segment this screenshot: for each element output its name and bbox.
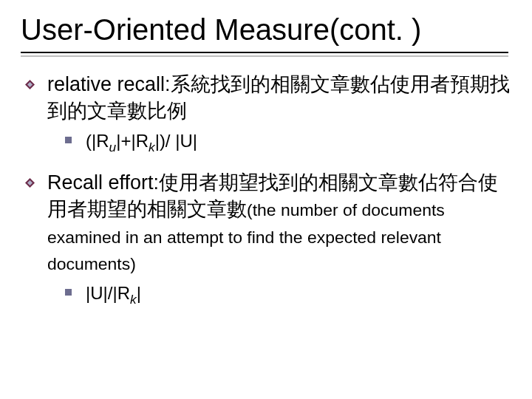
- bullet-text: relative recall:系統找到的相關文章數佔使用者預期找到的文章數比例: [47, 73, 510, 122]
- sub-bullet-formula-2: |U|/|Rk|: [21, 282, 511, 308]
- square-bullet-icon: [65, 289, 72, 296]
- diamond-bullet-icon: [25, 80, 35, 89]
- page-title: User-Oriented Measure(cont. ): [21, 13, 511, 46]
- formula-text: (|Ru|+|Rk|)/ |U|: [86, 131, 197, 151]
- slide-body: relative recall:系統找到的相關文章數佔使用者預期找到的文章數比例…: [21, 71, 511, 308]
- square-bullet-icon: [65, 137, 72, 143]
- slide: User-Oriented Measure(cont. ) relative r…: [0, 0, 532, 399]
- bullet-text: Recall effort:使用者期望找到的相關文章數佔符合使用者期望的相關文章…: [47, 171, 498, 274]
- title-underline: [21, 52, 508, 53]
- bullet-relative-recall: relative recall:系統找到的相關文章數佔使用者預期找到的文章數比例: [21, 71, 511, 125]
- diamond-bullet-icon: [25, 178, 35, 188]
- formula-text: |U|/|Rk|: [86, 283, 141, 303]
- bullet-recall-effort: Recall effort:使用者期望找到的相關文章數佔符合使用者期望的相關文章…: [21, 169, 511, 277]
- sub-bullet-formula-1: (|Ru|+|Rk|)/ |U|: [21, 129, 511, 156]
